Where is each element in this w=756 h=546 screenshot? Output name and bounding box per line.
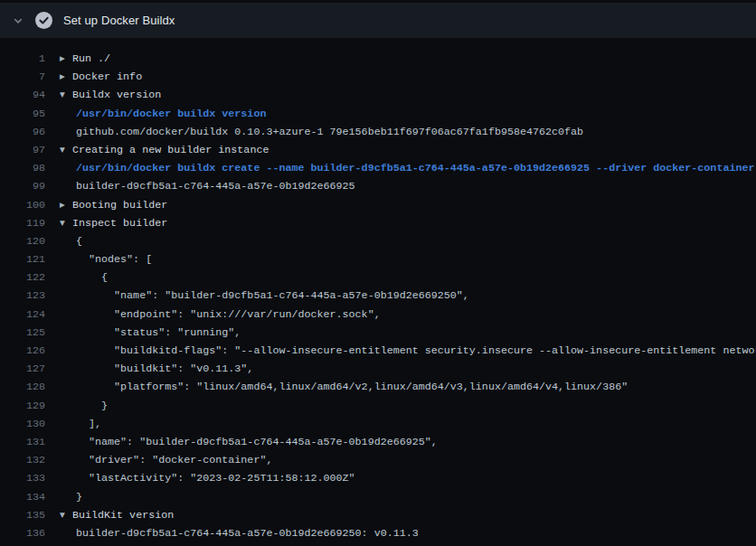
- log-text: }: [76, 400, 108, 412]
- line-number[interactable]: 1: [0, 50, 45, 68]
- log-line[interactable]: 7 ▶Docker info: [0, 68, 756, 86]
- line-number[interactable]: 136: [0, 524, 45, 542]
- caret-right-icon[interactable]: ▶: [60, 50, 72, 68]
- log-text: "buildkit": "v0.11.3",: [76, 362, 253, 375]
- log-text: "status": "running",: [76, 326, 241, 339]
- log-line: 121 "nodes": [: [0, 250, 756, 268]
- log-line: 129 }: [0, 397, 756, 415]
- log-line: 127 "buildkit": "v0.11.3",: [0, 360, 756, 378]
- line-number[interactable]: 100: [0, 196, 45, 214]
- log-text: github.com/docker/buildx 0.10.3+azure-1 …: [76, 126, 583, 138]
- log-line: 120 {: [0, 232, 756, 250]
- caret-right-icon[interactable]: ▶: [60, 68, 72, 86]
- line-number[interactable]: 99: [0, 177, 45, 195]
- line-number[interactable]: 119: [0, 214, 45, 232]
- line-number[interactable]: 121: [0, 250, 45, 268]
- line-number[interactable]: 130: [0, 415, 45, 433]
- log-line: 96 github.com/docker/buildx 0.10.3+azure…: [0, 123, 756, 141]
- log-text: "platforms": "linux/amd64,linux/amd64/v2…: [76, 381, 628, 393]
- log-text: Buildx version: [72, 89, 161, 101]
- log-text: Creating a new builder instance: [72, 144, 269, 156]
- log-text: /usr/bin/docker buildx create --name bui…: [76, 162, 754, 174]
- line-number[interactable]: 125: [0, 324, 45, 342]
- log-text: ],: [76, 418, 101, 430]
- log-line: 128 "platforms": "linux/amd64,linux/amd6…: [0, 378, 756, 396]
- log-text: "driver": "docker-container",: [76, 454, 272, 466]
- log-text: builder-d9cfb5a1-c764-445a-a57e-0b19d2e6…: [76, 527, 419, 540]
- line-number[interactable]: 131: [0, 433, 45, 451]
- log-text: BuildKit version: [72, 509, 174, 522]
- log-line: 95 /usr/bin/docker buildx version: [0, 105, 756, 123]
- log-text: "endpoint": "unix:///var/run/docker.sock…: [76, 308, 381, 321]
- caret-right-icon[interactable]: ▶: [60, 196, 72, 214]
- log-line: 99 builder-d9cfb5a1-c764-445a-a57e-0b19d…: [0, 177, 756, 195]
- line-number[interactable]: 123: [0, 287, 45, 305]
- line-number[interactable]: 133: [0, 469, 45, 487]
- actions-log-viewer: Set up Docker Buildx 1 ▶Run ./ 7 ▶Docker…: [0, 0, 756, 546]
- log-text: Inspect builder: [72, 217, 167, 230]
- log-text: {: [76, 235, 82, 248]
- log-line[interactable]: 100 ▶Booting builder: [0, 196, 756, 214]
- line-number[interactable]: 96: [0, 123, 45, 141]
- caret-down-icon[interactable]: ▼: [60, 506, 72, 524]
- caret-down-icon[interactable]: ▼: [60, 86, 72, 104]
- log-text: "lastActivity": "2023-02-25T11:58:12.000…: [76, 472, 355, 485]
- line-number[interactable]: 97: [0, 141, 45, 159]
- line-number[interactable]: 7: [0, 68, 45, 86]
- line-number[interactable]: 132: [0, 451, 45, 469]
- line-number[interactable]: 135: [0, 506, 45, 524]
- log-line: 131 "name": "builder-d9cfb5a1-c764-445a-…: [0, 433, 756, 451]
- log-line[interactable]: 1 ▶Run ./: [0, 50, 756, 68]
- log-text: }: [76, 491, 82, 504]
- log-area: 1 ▶Run ./ 7 ▶Docker info 94 ▼Buildx vers…: [0, 38, 756, 542]
- line-number[interactable]: 124: [0, 306, 45, 324]
- chevron-down-icon[interactable]: [12, 14, 24, 26]
- step-title: Set up Docker Buildx: [63, 14, 175, 27]
- log-line[interactable]: 135 ▼BuildKit version: [0, 506, 756, 524]
- log-line[interactable]: 97 ▼Creating a new builder instance: [0, 141, 756, 159]
- line-number[interactable]: 98: [0, 159, 45, 177]
- caret-down-icon[interactable]: ▼: [60, 214, 72, 232]
- log-line: 133 "lastActivity": "2023-02-25T11:58:12…: [0, 469, 756, 487]
- check-circle-icon: [35, 12, 52, 29]
- log-text: Docker info: [72, 71, 142, 83]
- log-line: 125 "status": "running",: [0, 324, 756, 342]
- step-header-row[interactable]: Set up Docker Buildx: [0, 3, 756, 38]
- line-number[interactable]: 95: [0, 105, 45, 123]
- line-number[interactable]: 122: [0, 268, 45, 287]
- line-number[interactable]: 129: [0, 397, 45, 415]
- log-line: 134 }: [0, 488, 756, 506]
- log-text: builder-d9cfb5a1-c764-445a-a57e-0b19d2e6…: [76, 180, 355, 193]
- log-line: 136 builder-d9cfb5a1-c764-445a-a57e-0b19…: [0, 524, 756, 542]
- line-number[interactable]: 120: [0, 232, 45, 250]
- log-line: 126 "buildkitd-flags": "--allow-insecure…: [0, 342, 756, 360]
- log-line: 124 "endpoint": "unix:///var/run/docker.…: [0, 306, 756, 324]
- log-line[interactable]: 119 ▼Inspect builder: [0, 214, 756, 232]
- log-text: /usr/bin/docker buildx version: [76, 108, 266, 120]
- log-line: 123 "name": "builder-d9cfb5a1-c764-445a-…: [0, 287, 756, 305]
- log-line: 122 {: [0, 268, 756, 287]
- log-text: "buildkitd-flags": "--allow-insecure-ent…: [76, 344, 756, 357]
- line-number[interactable]: 126: [0, 342, 45, 360]
- log-text: "name": "builder-d9cfb5a1-c764-445a-a57e…: [76, 436, 438, 448]
- log-text: "name": "builder-d9cfb5a1-c764-445a-a57e…: [76, 289, 469, 302]
- line-number[interactable]: 94: [0, 86, 45, 104]
- log-line[interactable]: 94 ▼Buildx version: [0, 86, 756, 104]
- log-text: Booting builder: [72, 199, 167, 212]
- line-number[interactable]: 127: [0, 360, 45, 378]
- log-line: 132 "driver": "docker-container",: [0, 451, 756, 469]
- log-text: Run ./: [72, 52, 110, 65]
- log-line: 98 /usr/bin/docker buildx create --name …: [0, 159, 756, 177]
- line-number[interactable]: 134: [0, 488, 45, 506]
- log-line: 130 ],: [0, 415, 756, 433]
- line-number[interactable]: 128: [0, 378, 45, 396]
- log-text: {: [76, 271, 108, 284]
- caret-down-icon[interactable]: ▼: [60, 141, 72, 159]
- log-text: "nodes": [: [76, 253, 152, 266]
